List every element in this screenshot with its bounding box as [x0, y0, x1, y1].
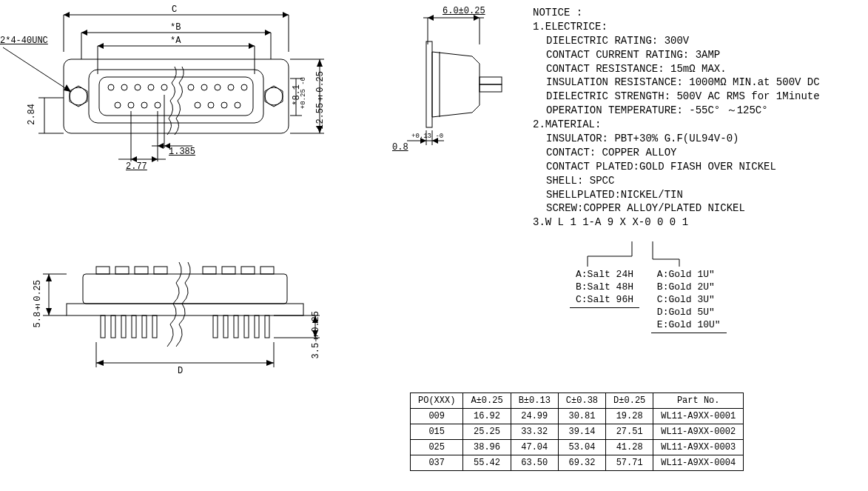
table-cell: 27.51	[606, 424, 653, 440]
table-header: A±0.25	[463, 393, 511, 409]
svg-marker-8	[81, 30, 87, 36]
svg-marker-21	[265, 86, 283, 107]
drawing-page: C *B *A 2*4-40UNC 2.84 2.77 1.385 *8.1 +…	[0, 0, 868, 491]
table-cell: 39.14	[558, 424, 605, 440]
svg-point-30	[228, 84, 234, 90]
svg-marker-41	[64, 84, 71, 92]
svg-rect-96	[255, 315, 259, 338]
svg-point-18	[70, 87, 87, 105]
table-row: 00916.9224.9930.8119.28WL11-A9XX-0001	[411, 409, 744, 424]
e1: DIELECTRIC RATING: 300V	[533, 34, 820, 48]
svg-marker-63	[428, 15, 434, 21]
svg-rect-16	[89, 70, 263, 123]
m2: CONTACT: COPPER ALLOY	[533, 146, 820, 160]
m4: SHELL: SPCC	[533, 174, 820, 188]
dim-side-t-tol: +0.13 -0	[411, 133, 443, 140]
table-cell: WL11-A9XX-0004	[653, 455, 744, 471]
code-leaders	[562, 237, 755, 296]
svg-marker-102	[46, 308, 52, 315]
svg-rect-91	[152, 315, 157, 338]
svg-rect-95	[244, 315, 249, 338]
svg-rect-86	[101, 315, 105, 338]
svg-marker-52	[158, 143, 164, 149]
table-cell: 55.42	[463, 455, 511, 471]
table-cell: 24.99	[511, 409, 558, 424]
svg-point-27	[188, 84, 194, 90]
svg-rect-77	[83, 274, 287, 304]
notice-block: NOTICE : 1.ELECTRICE: DIELECTRIC RATING:…	[533, 6, 820, 230]
svg-rect-87	[111, 315, 115, 338]
svg-point-36	[195, 102, 201, 108]
m6: SCREW:COPPER ALLOY/PLATED NICKEL	[533, 201, 820, 216]
svg-marker-9	[265, 30, 271, 36]
spec-table: PO(XXX)A±0.25B±0.13C±0.38D±0.25Part No. …	[410, 393, 744, 471]
svg-point-20	[265, 87, 283, 105]
dim-D: D	[178, 366, 183, 376]
svg-point-26	[161, 84, 167, 90]
svg-point-37	[208, 102, 214, 108]
svg-rect-69	[480, 77, 502, 84]
sec-material: 2.MATERIAL:	[533, 118, 601, 130]
table-header: B±0.13	[511, 393, 558, 409]
m1: INSULATOR: PBT+30% G.F(UL94V-0)	[533, 132, 820, 146]
bottom-view-drawing	[37, 259, 392, 422]
sec-partcode: 3.W L 1 1-A 9 X X-0 0 0 1	[533, 216, 688, 228]
table-cell: 009	[411, 409, 463, 424]
svg-rect-67	[426, 41, 432, 127]
svg-marker-107	[266, 360, 274, 366]
table-cell: 30.81	[558, 409, 605, 424]
table-cell: 41.28	[606, 440, 653, 455]
table-cell: 037	[411, 455, 463, 471]
table-cell: 015	[411, 424, 463, 440]
svg-rect-83	[222, 267, 235, 274]
dim-Bstar: *B	[170, 22, 181, 33]
svg-point-28	[201, 84, 207, 90]
dim-81tol: +0.25 -0	[300, 77, 307, 109]
svg-point-23	[121, 84, 127, 90]
dim-1255: 12.55±0.25	[315, 71, 326, 130]
e3: CONTACT RESISTANCE: 15mΩ MAX.	[533, 62, 820, 76]
dim-Astar: *A	[170, 36, 181, 46]
dim-C: C	[172, 4, 177, 15]
svg-marker-101	[46, 274, 52, 281]
table-cell: 69.32	[558, 455, 605, 471]
svg-marker-50	[152, 156, 158, 162]
svg-point-39	[235, 102, 240, 108]
code-item: E:Gold 10U″	[656, 318, 722, 331]
e4: INSULATION RESISTANCE: 1000MΩ MIN.at 500…	[533, 76, 820, 90]
e6: OPERATION TEMPERATURE: -55C° ～125C°	[533, 104, 820, 118]
table-row: 03755.4263.5069.3257.71WL11-A9XX-0004	[411, 455, 744, 471]
table-header: D±0.25	[606, 393, 653, 409]
code-item: D:Gold 5U″	[656, 306, 722, 318]
table-cell: WL11-A9XX-0001	[653, 409, 744, 424]
table-header: PO(XXX)	[411, 393, 463, 409]
svg-marker-14	[249, 43, 255, 49]
dim-284: 2.84	[27, 104, 37, 125]
table-cell: 33.32	[511, 424, 558, 440]
svg-point-22	[108, 84, 114, 90]
svg-rect-79	[115, 267, 129, 274]
table-row: 02538.9647.0453.0441.28WL11-A9XX-0003	[411, 440, 744, 455]
svg-point-25	[148, 84, 154, 90]
svg-point-24	[135, 84, 141, 90]
table-header: Part No.	[653, 393, 744, 409]
svg-rect-97	[265, 315, 269, 338]
table-cell: 63.50	[511, 455, 558, 471]
dim-bot-h: 5.8±0.25	[33, 280, 43, 327]
svg-rect-17	[99, 77, 253, 116]
svg-marker-13	[98, 43, 104, 49]
svg-line-40	[3, 47, 71, 92]
svg-rect-84	[241, 267, 255, 274]
svg-rect-90	[142, 315, 147, 338]
table-cell: 16.92	[463, 409, 511, 424]
table-cell: 25.25	[463, 424, 511, 440]
svg-point-29	[215, 84, 221, 90]
e5: DIELECTRIC STRENGTH: 500V AC RMS for 1Mi…	[533, 90, 820, 104]
table-cell: WL11-A9XX-0002	[653, 424, 744, 440]
svg-rect-94	[234, 315, 238, 338]
svg-rect-78	[96, 267, 110, 274]
table-header-row: PO(XXX)A±0.25B±0.13C±0.38D±0.25Part No.	[411, 393, 744, 409]
svg-point-33	[128, 102, 134, 108]
table-cell: 025	[411, 440, 463, 455]
svg-rect-80	[135, 267, 148, 274]
